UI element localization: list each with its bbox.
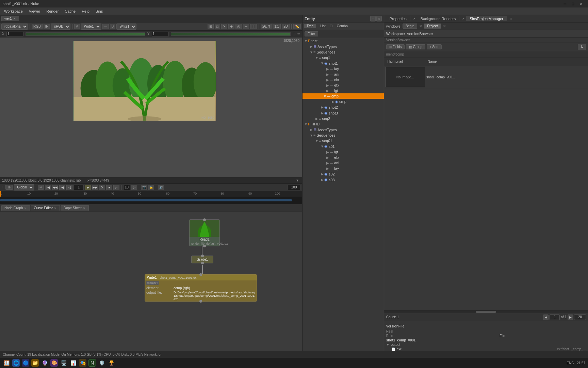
taskbar-app2[interactable]: 🔵 (22, 359, 29, 367)
pencil-icon[interactable]: ✏️ (293, 24, 301, 29)
audio-btn[interactable]: 🔊 (158, 185, 164, 190)
tree-item-cfx[interactable]: ▶ — cfx (303, 77, 384, 82)
menu-cache[interactable]: Cache (62, 9, 78, 14)
arrow-shot1[interactable]: ▼ (320, 61, 324, 65)
write-top-connector[interactable] (199, 273, 202, 276)
arrow-lay[interactable]: ▶ (326, 67, 330, 71)
filter-btn[interactable]: Filter (305, 31, 318, 36)
connect-btn[interactable]: — (102, 24, 109, 29)
arrow-s01[interactable]: ▼ (320, 144, 324, 148)
tab-node-graph[interactable]: Node Graph ✕ (1, 205, 30, 211)
rgb-btn[interactable]: RGB (32, 24, 43, 29)
lock-btn[interactable]: 🔒 (148, 185, 154, 190)
tree-item-lgt2[interactable]: ▶ — lgt (303, 149, 384, 155)
taskbar-start[interactable]: 🪟 (3, 359, 10, 367)
tree-item-ani[interactable]: ▶ — ani (303, 72, 384, 77)
grade-bottom-connector[interactable] (201, 262, 204, 264)
go-start-btn[interactable]: |◀ (45, 185, 51, 190)
tree-item-seq2[interactable]: ▶ ≡ seq2 (303, 116, 384, 121)
group-btn[interactable]: ▤ Group (406, 44, 425, 49)
menu-sins[interactable]: Sins (93, 9, 105, 14)
taskbar-browser[interactable]: 🌐 (12, 359, 20, 367)
tab-bg-renders[interactable]: Background Renders (417, 16, 459, 21)
tree-item-ani2[interactable]: ▶ — ani (303, 160, 384, 166)
maximize-btn[interactable]: □ (569, 0, 577, 7)
vb-refresh-btn[interactable]: ↻ (578, 44, 586, 50)
read-node[interactable]: Read1 render_lib_default_v001.exr (189, 219, 220, 246)
info-expand-btn[interactable]: ▼ (295, 178, 300, 183)
lut-select[interactable]: sRGB (51, 24, 70, 30)
tree-item-sequences1[interactable]: ▼ ≡ Sequences (303, 49, 384, 55)
tab-sins-pm[interactable]: SinsProjectManager (466, 16, 507, 21)
arrow-ani[interactable]: ▶ (326, 73, 330, 76)
arrow-assettypes2[interactable]: ▶ (309, 128, 313, 132)
tree-item-cmp-sub[interactable]: ▶ ◉ cmp (303, 99, 384, 104)
tree-item-hhd[interactable]: ▼ P HHD (303, 121, 384, 127)
entity-minimize-btn[interactable]: − (370, 16, 376, 21)
project-btn[interactable]: Project (424, 24, 441, 29)
node-graph[interactable]: Read1 render_lib_default_v001.exr Grade1… (0, 212, 302, 358)
tab-curve-editor[interactable]: Curve Editor ✕ (31, 205, 60, 211)
tree-item-seq01[interactable]: ▼ ≡ seq01 (303, 138, 384, 143)
y-input[interactable] (152, 32, 169, 36)
arrow-hhd[interactable]: ▼ (304, 122, 308, 126)
prev-btn[interactable]: ◀ (59, 185, 65, 190)
menu-render[interactable]: Render (44, 9, 61, 14)
grade-top-connector[interactable] (201, 255, 204, 257)
arrow-cmp-sub[interactable]: ▶ (331, 100, 335, 104)
vb-scrollbar-h[interactable] (384, 310, 588, 313)
play-btn[interactable]: ▶ (85, 185, 91, 190)
toolbar-icon-6[interactable]: ↩ (243, 24, 249, 29)
entity-close-btn[interactable]: ✕ (376, 16, 382, 21)
prev-step-btn[interactable]: ◁ (66, 185, 72, 190)
taskbar-trophy[interactable]: 🏆 (108, 359, 115, 367)
arrow-seq2[interactable]: ▶ (315, 117, 319, 121)
arrow-lgt[interactable]: ▶ (326, 89, 330, 93)
tree-item-assettypes2[interactable]: ▶ ⊞ AssetTypes (303, 127, 384, 133)
toolbar-icon-2[interactable]: □ (215, 24, 220, 29)
toolbar-icon-4[interactable]: ⊕ (228, 24, 234, 29)
tree-item-assettypes1[interactable]: ▶ ⊞ AssetTypes (303, 44, 384, 49)
tree-item-s01[interactable]: ▼ ◉ s01 (303, 143, 384, 149)
write-node[interactable]: Write1 shot1_comp_v001.1001.exr Viewer1 … (145, 274, 257, 302)
version-browser-btn[interactable]: VersionBrowser (407, 32, 433, 36)
arrow-lgt2[interactable]: ▶ (326, 150, 330, 154)
read-top-connector[interactable] (203, 218, 206, 221)
taskbar-files[interactable]: 📁 (31, 359, 39, 367)
taskbar-shield[interactable]: 🛡️ (98, 359, 105, 367)
prev-page-btn[interactable]: ◀ (543, 315, 549, 320)
arrow-sequences2[interactable]: ▼ (309, 134, 313, 137)
arrow-ani2[interactable]: ▶ (326, 161, 330, 165)
y-slider[interactable] (171, 32, 291, 36)
vb-content[interactable]: No Image... shot1_comp_v00... (384, 65, 588, 310)
arrow-cmp[interactable]: ▼ (323, 94, 327, 98)
arrow-s03[interactable]: ▶ (320, 178, 324, 182)
workspace-btn[interactable]: Workspace (386, 32, 405, 36)
arrow-shot2[interactable]: ▶ (320, 105, 324, 109)
viewer-tab[interactable]: wer1 ✕ (1, 16, 19, 21)
arrow-sequences1[interactable]: ▼ (309, 50, 313, 54)
tab-combo[interactable]: Combo (334, 24, 350, 28)
tab-list[interactable]: List (317, 24, 328, 28)
tree-item-shot3[interactable]: ▶ ◉ shot3 (303, 110, 384, 116)
play-loop-btn[interactable]: ⟳ (99, 185, 105, 190)
tree-item-efx[interactable]: ▶ — efx (303, 82, 384, 88)
stop-btn[interactable]: ■ (106, 185, 112, 190)
read-bottom-connector[interactable] (203, 245, 206, 247)
tab-properties-close[interactable]: ✕ (413, 17, 416, 20)
toolbar-icon-7[interactable]: ⏸ (250, 24, 257, 29)
tree-item-shot2[interactable]: ▶ ◉ shot2 (303, 104, 384, 110)
minimize-btn[interactable]: ─ (561, 0, 569, 7)
viewer-tab-close[interactable]: ✕ (13, 17, 16, 20)
taskbar-theater[interactable]: 🎭 (79, 359, 86, 367)
arrow-shot3[interactable]: ▶ (320, 111, 324, 115)
next-page-btn[interactable]: ▶ (568, 315, 573, 320)
cam-btn[interactable]: 📷 (141, 185, 147, 190)
frame-input[interactable] (74, 185, 84, 190)
toolbar-icon-3[interactable]: ✕ (221, 24, 227, 29)
bounce-btn[interactable]: ⇌ (113, 185, 119, 190)
tf-btn[interactable]: TF (5, 185, 13, 190)
timeline-range[interactable] (0, 199, 292, 201)
step-input[interactable] (123, 185, 130, 190)
page-size-input[interactable] (574, 315, 586, 320)
